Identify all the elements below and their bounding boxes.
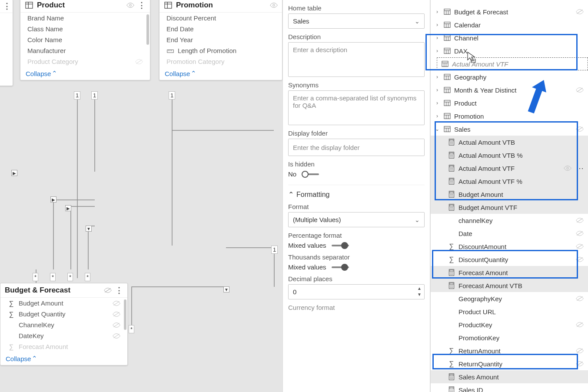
field-budget-amount[interactable]: Budget Amount — [431, 188, 588, 201]
field-promotionkey[interactable]: PromotionKey — [431, 331, 588, 344]
hidden-icon[interactable] — [576, 9, 584, 15]
field-forecast-amount[interactable]: Forecast Amount — [431, 266, 588, 279]
home-table-select[interactable]: Sales⌄ — [288, 13, 425, 29]
model-diagram-area[interactable]: ⋮ Product ⋮ Brand Name Class Name Color … — [0, 0, 282, 392]
table-icon — [443, 74, 452, 80]
display-folder-input[interactable]: Enter the display folder — [288, 139, 425, 156]
eye-icon[interactable] — [126, 2, 134, 8]
hidden-icon[interactable] — [576, 230, 584, 236]
table-card-promotion[interactable]: Promotion Discount Percent End Date End … — [159, 0, 282, 80]
expand-icon[interactable]: ⌄ — [434, 126, 440, 132]
fields-table-calendar[interactable]: › Calendar — [431, 18, 588, 31]
field[interactable]: End Year — [159, 34, 282, 45]
field[interactable]: Color Name — [20, 34, 150, 45]
field-returnamount[interactable]: ∑ ReturnAmount — [431, 344, 588, 357]
field-returnquantity[interactable]: ∑ ReturnQuantity — [431, 357, 588, 370]
field[interactable]: Product Category — [20, 56, 150, 67]
expand-icon[interactable]: › — [434, 100, 440, 106]
percentage-format-toggle[interactable] — [332, 242, 349, 249]
scrollbar[interactable] — [124, 299, 126, 330]
collapse-button[interactable]: Collapse ⌃ — [20, 67, 150, 80]
eye-icon[interactable] — [564, 165, 571, 171]
expand-icon[interactable]: › — [434, 74, 440, 80]
eye-icon[interactable] — [270, 2, 278, 8]
formatting-section-toggle[interactable]: ⌃Formatting — [288, 185, 425, 199]
fields-table-geography[interactable]: › Geography — [431, 70, 588, 83]
field-forecast-amount-vtb[interactable]: Forecast Amount VTB — [431, 279, 588, 292]
fields-table-sales[interactable]: ⌄ Sales — [431, 123, 588, 136]
field[interactable]: Length of Promotion — [159, 45, 282, 56]
fields-table-promotion[interactable]: › Promotion — [431, 110, 588, 123]
hidden-icon[interactable] — [576, 87, 584, 93]
hidden-icon[interactable] — [576, 243, 584, 249]
drop-target[interactable]: Actual Amount VTF — [437, 57, 588, 70]
fields-table-month-year-distinct[interactable]: › Month & Year Distinct — [431, 83, 588, 96]
collapse-button[interactable]: Collapse ⌃ — [159, 67, 282, 80]
hidden-icon[interactable] — [104, 287, 112, 293]
synonyms-input[interactable]: Enter a comma-separated list of synonyms… — [288, 90, 425, 125]
field[interactable]: Brand Name — [20, 13, 150, 23]
hidden-icon[interactable] — [576, 322, 584, 328]
hidden-icon[interactable] — [576, 256, 584, 262]
field[interactable]: Manufacturer — [20, 45, 150, 56]
field-geographykey[interactable]: GeographyKey — [431, 292, 588, 305]
field-actual-amount-vtb-[interactable]: Actual Amount VTB % — [431, 149, 588, 162]
field-actual-amount-vtb[interactable]: Actual Amount VTB — [431, 136, 588, 149]
svg-point-140 — [450, 378, 451, 379]
expand-icon[interactable]: › — [434, 113, 440, 119]
expand-icon[interactable]: › — [434, 48, 440, 54]
expand-icon[interactable]: › — [434, 87, 440, 93]
more-icon[interactable]: ⋮ — [138, 1, 146, 9]
field-sales-id[interactable]: Sales ID — [431, 383, 588, 392]
description-input[interactable]: Enter a description — [288, 42, 425, 77]
is-hidden-toggle[interactable] — [302, 171, 319, 178]
fields-table-product[interactable]: › Product — [431, 96, 588, 110]
fields-table-budget-forecast[interactable]: › Budget & Forecast — [431, 5, 588, 18]
more-icon[interactable]: ⋯ — [576, 164, 584, 172]
hidden-icon[interactable] — [576, 217, 584, 223]
field-discountamount[interactable]: ∑ DiscountAmount — [431, 240, 588, 253]
table-card-product[interactable]: Product ⋮ Brand Name Class Name Color Na… — [20, 0, 150, 80]
field-discountquantity[interactable]: ∑ DiscountQuantity — [431, 253, 588, 266]
hidden-icon — [135, 59, 143, 65]
table-card-budget-forecast[interactable]: Budget & Forecast ⋮ ∑Budget Amount ∑Budg… — [0, 283, 128, 365]
more-icon[interactable]: ⋮ — [3, 2, 11, 10]
step-up-icon[interactable]: ▲ — [417, 286, 422, 291]
field-sales-amount[interactable]: Sales Amount — [431, 370, 588, 383]
field-channelkey[interactable]: channelKey — [431, 214, 588, 227]
field-actual-amount-vtf-[interactable]: Actual Amount VTF % — [431, 175, 588, 188]
expand-icon[interactable]: › — [434, 22, 440, 28]
field-date[interactable]: Date — [431, 227, 588, 240]
hidden-icon[interactable] — [576, 361, 584, 367]
field[interactable]: Promotion Category — [159, 56, 282, 67]
field-budget-amount-vtf[interactable]: Budget Amount VTF — [431, 201, 588, 214]
fields-table-dax[interactable]: › DAX — [431, 44, 588, 57]
collapse-button[interactable]: Collapse ⌃ — [0, 352, 127, 365]
hidden-icon[interactable] — [576, 126, 584, 132]
field[interactable]: ∑Budget Quantity — [0, 309, 127, 319]
more-icon[interactable]: ⋮ — [115, 286, 123, 294]
expand-icon[interactable]: › — [434, 9, 440, 15]
field[interactable]: End Date — [159, 23, 282, 34]
hidden-icon[interactable] — [576, 296, 584, 302]
field[interactable]: DateKey — [0, 330, 127, 341]
expand-icon[interactable]: › — [434, 35, 440, 41]
field[interactable]: Discount Percent — [159, 13, 282, 23]
field[interactable]: ChannelKey — [0, 319, 127, 330]
decimal-places-stepper[interactable]: 0 ▲▼ — [288, 284, 425, 299]
table-icon — [443, 113, 452, 119]
svg-rect-24 — [444, 22, 450, 27]
hidden-icon[interactable] — [576, 348, 584, 354]
format-select[interactable]: (Multiple Values)⌄ — [288, 212, 425, 227]
field[interactable]: ∑Budget Amount — [0, 298, 127, 309]
field[interactable]: Class Name — [20, 23, 150, 34]
scrollbar[interactable] — [146, 14, 149, 45]
svg-point-98 — [451, 194, 452, 195]
fields-table-channel[interactable]: › Channel — [431, 31, 588, 44]
field-productkey[interactable]: ProductKey — [431, 318, 588, 331]
field[interactable]: ∑Forecast Amount — [0, 341, 127, 352]
field-actual-amount-vtf[interactable]: Actual Amount VTF ⋯ — [431, 162, 588, 175]
step-down-icon[interactable]: ▼ — [417, 292, 422, 297]
field-product-url[interactable]: Product URL — [431, 305, 588, 318]
thousands-separator-toggle[interactable] — [332, 264, 349, 271]
